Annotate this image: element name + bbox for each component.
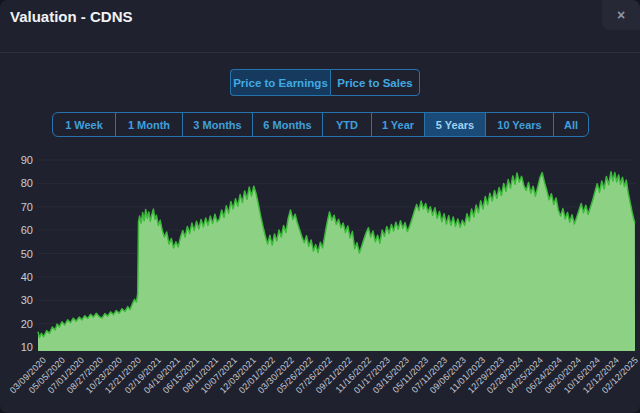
y-axis-label: 60	[0, 223, 33, 237]
y-axis-label: 90	[0, 153, 33, 167]
y-axis-label: 40	[0, 270, 33, 284]
y-axis-label: 30	[0, 293, 33, 307]
pe-ratio-area-fill	[38, 172, 635, 351]
y-axis-label: 70	[0, 200, 33, 214]
y-axis-label: 10	[0, 340, 33, 354]
y-axis-label: 50	[0, 247, 33, 261]
y-axis-label: 20	[0, 317, 33, 331]
pe-ratio-area-chart[interactable]	[0, 0, 640, 413]
valuation-modal: Valuation - CDNS × Price to EarningsPric…	[0, 0, 640, 413]
y-axis-label: 80	[0, 176, 33, 190]
